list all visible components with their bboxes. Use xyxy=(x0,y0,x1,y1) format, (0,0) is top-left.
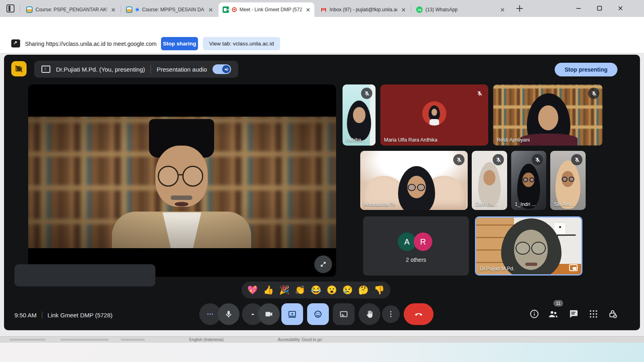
meet-favicon xyxy=(223,6,229,13)
tab-course-pspe[interactable]: Course: PSPE_PENGANTAR AKUN xyxy=(22,2,120,17)
glasses xyxy=(562,177,574,182)
view-tab-button[interactable]: View tab: vclass.unila.ac.id xyxy=(203,37,280,50)
participant-tile-pujiati[interactable]: Dr.Pujiati M.Pd. xyxy=(475,216,582,276)
reaction-heart[interactable]: 💖 xyxy=(248,285,258,295)
reaction-thumbs-up[interactable]: 👍 xyxy=(263,285,274,295)
tab-audio-indicator-icon xyxy=(135,8,139,12)
accessibility-status: Accessibility: Good to go xyxy=(278,337,322,342)
mic-off-icon xyxy=(361,88,372,99)
language-status: English (Indonesia) xyxy=(189,337,224,342)
tab-title: Course: MPIPS_DESAIN DAN xyxy=(142,7,204,12)
reaction-clap[interactable]: 👏 xyxy=(295,285,305,295)
participant-tile-amaradina[interactable]: Amaradina Fs xyxy=(360,151,468,210)
whatsapp-favicon: 13 xyxy=(416,6,423,13)
expand-icon[interactable] xyxy=(314,255,332,273)
reaction-cry[interactable]: 😢 xyxy=(343,285,353,295)
presentation-tile[interactable] xyxy=(28,84,336,277)
captions-button[interactable] xyxy=(333,303,355,325)
tab-title: (13) WhatsApp xyxy=(425,7,496,12)
minimize-button[interactable] xyxy=(569,0,588,16)
glasses xyxy=(516,242,546,255)
camera-button[interactable] xyxy=(258,303,280,325)
participant-name: Dr.Pujiati M.Pd. xyxy=(480,266,514,272)
others-label: 2 others xyxy=(363,257,469,263)
mic-off-icon xyxy=(453,154,464,165)
screen-share-icon xyxy=(11,39,20,47)
close-tab-icon[interactable] xyxy=(110,6,116,13)
participant-tile-maria[interactable]: Maria Ulfa Rara Ardhika xyxy=(380,84,488,146)
background-window-status-bar: English (Indonesia) Accessibility: Good … xyxy=(0,336,644,343)
participant-name: 1_Indri ... xyxy=(515,202,536,207)
reactions-button[interactable] xyxy=(307,303,329,325)
meet-app: Dr.Pujiati M.Pd. (You, presenting) Prese… xyxy=(4,55,640,330)
empty-tile xyxy=(14,264,155,286)
more-options-button[interactable] xyxy=(382,305,400,323)
camera-off-badge[interactable] xyxy=(11,61,27,76)
glasses xyxy=(408,184,425,191)
tab-meet-active[interactable]: Meet - Link Gmeet DMP (572 xyxy=(219,2,314,17)
tab-title: Inbox (97) - pujiati@fkip.unila.ac.i xyxy=(330,7,397,12)
page-background: Dr.Pujiati M.Pd. (You, presenting) Prese… xyxy=(0,53,644,336)
participant-tile-habiba[interactable]: habiba... xyxy=(343,84,376,146)
raise-hand-button[interactable] xyxy=(359,303,380,325)
tab-whatsapp[interactable]: 13 (13) WhatsApp xyxy=(412,2,509,17)
reaction-thumbs-down[interactable]: 👎 xyxy=(374,285,384,295)
close-tab-icon[interactable] xyxy=(499,6,506,13)
participant-avatar xyxy=(422,101,446,125)
presenter-bar: Dr.Pujiati M.Pd. (You, presenting) Prese… xyxy=(34,61,238,78)
reaction-laugh[interactable]: 😂 xyxy=(311,285,321,295)
presentation-audio-label: Presentation audio xyxy=(157,66,207,73)
meeting-details-icon[interactable] xyxy=(529,309,540,319)
gmail-favicon xyxy=(320,6,327,13)
tab-actions-icon[interactable] xyxy=(6,4,14,12)
participant-name: habiba... xyxy=(346,137,365,143)
participant-name: Maria Ulfa Rara Ardhika xyxy=(384,137,438,143)
mic-button[interactable] xyxy=(218,303,239,325)
browser-toolbar: https://meet.google.com/ujo-rmjq-hts?pli… xyxy=(0,17,644,34)
participant-tile-diah[interactable]: Diah Ra... xyxy=(472,151,507,210)
tab-separator xyxy=(20,5,20,12)
speaker-icon xyxy=(222,65,230,73)
participants-count-badge: 11 xyxy=(553,300,563,306)
mic-off-icon xyxy=(493,154,504,165)
glasses xyxy=(523,177,535,182)
participant-tile-resti[interactable]: Resti Apriliyani xyxy=(493,84,603,146)
tab-gmail-inbox[interactable]: Inbox (97) - pujiati@fkip.unila.ac.i xyxy=(316,2,410,17)
browser-tab-strip: Course: PSPE_PENGANTAR AKUN Course: MPIP… xyxy=(0,0,644,17)
others-tile[interactable]: A R 2 others xyxy=(363,216,469,276)
new-tab-button[interactable] xyxy=(516,5,523,12)
meeting-name: Link Gmeet DMP (5728) xyxy=(47,312,112,319)
avatar-r: R xyxy=(414,232,432,251)
participants-icon[interactable] xyxy=(548,309,559,319)
windows-taskbar: Search W 9:50 30/08/2025 xyxy=(0,343,644,362)
recording-indicator-icon xyxy=(232,7,237,12)
close-tab-icon[interactable] xyxy=(305,6,311,13)
tab-course-mpips[interactable]: Course: MPIPS_DESAIN DAN xyxy=(122,2,217,17)
maximize-button[interactable] xyxy=(590,0,609,16)
end-call-button[interactable] xyxy=(404,303,433,325)
screen: Course: PSPE_PENGANTAR AKUN Course: MPIP… xyxy=(0,0,644,362)
mic-off-icon xyxy=(532,154,543,165)
participant-tile-indri[interactable]: 1_Indri ... xyxy=(511,151,546,210)
sharing-message: Sharing https://vclass.unila.ac.id to me… xyxy=(25,41,157,47)
close-tab-icon[interactable] xyxy=(400,6,407,13)
close-window-button[interactable] xyxy=(611,0,630,16)
reaction-party[interactable]: 🎉 xyxy=(279,285,289,295)
mic-off-icon xyxy=(474,88,485,99)
chat-icon[interactable] xyxy=(568,309,579,319)
meeting-time: 9:50 AM xyxy=(14,312,37,319)
vclass-favicon xyxy=(26,6,33,13)
stop-presenting-button[interactable]: Stop presenting xyxy=(555,63,617,76)
reaction-thinking[interactable]: 🤔 xyxy=(358,285,369,295)
participant-tile-siti[interactable]: Siti Am... xyxy=(550,151,586,210)
reaction-surprise[interactable]: 😮 xyxy=(326,285,337,295)
tab-title: Meet - Link Gmeet DMP (572 xyxy=(239,7,302,12)
activities-grid-icon[interactable] xyxy=(588,309,599,319)
picture-in-picture-icon[interactable] xyxy=(569,264,578,271)
participant-name: Amaradina Fs xyxy=(364,202,395,207)
present-button[interactable] xyxy=(281,303,303,325)
close-tab-icon[interactable] xyxy=(207,6,214,13)
presentation-audio-toggle[interactable] xyxy=(213,64,231,74)
stop-sharing-button[interactable]: Stop sharing xyxy=(161,37,198,50)
host-controls-lock-icon[interactable] xyxy=(608,309,618,319)
